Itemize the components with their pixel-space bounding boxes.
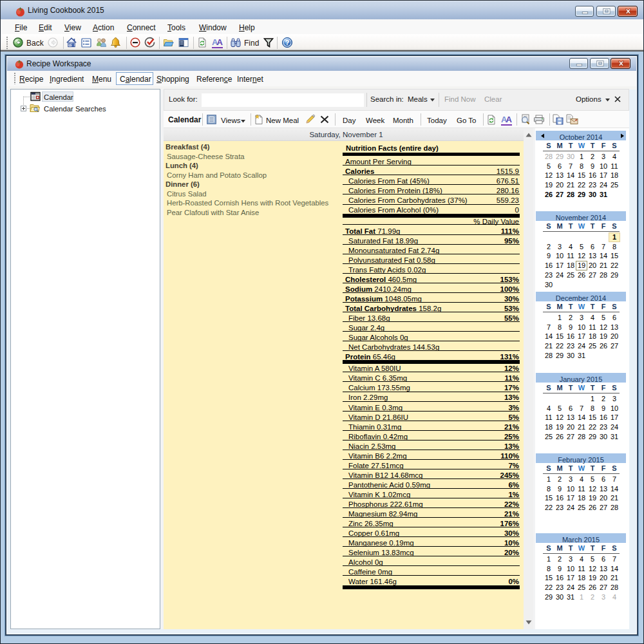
svg-text:?: ? [285, 39, 290, 46]
